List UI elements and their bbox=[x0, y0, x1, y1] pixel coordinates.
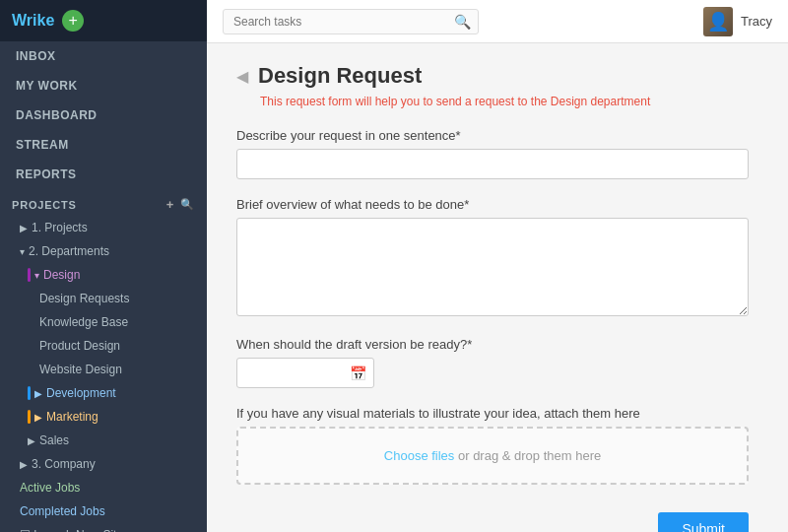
accent-bar bbox=[28, 268, 31, 282]
chevron-icon: ▶ bbox=[20, 223, 28, 233]
tree-item-marketing[interactable]: ▶ Marketing bbox=[0, 405, 207, 429]
chevron-icon: ▾ bbox=[34, 270, 39, 281]
form-title: Design Request bbox=[258, 63, 422, 89]
field-input-sentence[interactable] bbox=[236, 149, 749, 179]
search-container: 🔍 bbox=[223, 9, 479, 34]
tree-item-projects[interactable]: ▶ 1. Projects bbox=[0, 216, 207, 239]
accent-bar bbox=[28, 410, 31, 424]
form-subtitle: This request form will help you to send … bbox=[260, 95, 758, 108]
chevron-icon: ▶ bbox=[28, 435, 35, 446]
user-area: 👤 Tracy bbox=[703, 7, 772, 36]
tree-item-launch-new-site[interactable]: ☐ Launch New Site bbox=[0, 523, 207, 532]
form-group-overview: Brief overview of what needs to be done* bbox=[236, 197, 758, 319]
topbar: 🔍 👤 Tracy bbox=[207, 0, 788, 43]
chevron-icon: ▶ bbox=[34, 412, 42, 423]
field-label-file: If you have any visual materials to illu… bbox=[236, 406, 758, 421]
tree-item-sales[interactable]: ▶ Sales bbox=[0, 429, 207, 452]
username: Tracy bbox=[741, 14, 772, 29]
tree-item-company[interactable]: ▶ 3. Company bbox=[0, 452, 207, 476]
search-input[interactable] bbox=[223, 9, 479, 34]
form-group-file: If you have any visual materials to illu… bbox=[236, 406, 758, 485]
sidebar-item-stream[interactable]: STREAM bbox=[0, 130, 207, 160]
search-icon: 🔍 bbox=[454, 14, 471, 30]
tree-item-product-design[interactable]: Product Design bbox=[0, 334, 207, 358]
accent-bar bbox=[28, 386, 31, 400]
field-label-sentence: Describe your request in one sentence* bbox=[236, 128, 758, 143]
tree-item-active-jobs[interactable]: Active Jobs bbox=[0, 476, 207, 499]
date-input-wrapper: 📅 bbox=[236, 358, 374, 388]
field-label-date: When should the draft version be ready?* bbox=[236, 337, 758, 352]
form-area: ◀ Design Request This request form will … bbox=[207, 43, 788, 532]
sidebar-header: Wrike + bbox=[0, 0, 207, 41]
main-content: 🔍 👤 Tracy ◀ Design Request This request … bbox=[207, 0, 788, 532]
add-project-icon[interactable]: + bbox=[166, 197, 174, 212]
sidebar-item-reports[interactable]: REPORTS bbox=[0, 160, 207, 189]
chevron-icon: ▾ bbox=[20, 246, 25, 257]
file-drop-area[interactable]: Choose files or drag & drop them here bbox=[236, 427, 749, 485]
form-group-date: When should the draft version be ready?*… bbox=[236, 337, 758, 388]
field-textarea-overview[interactable] bbox=[236, 218, 749, 316]
tree-item-development[interactable]: ▶ Development bbox=[0, 381, 207, 405]
field-label-overview: Brief overview of what needs to be done* bbox=[236, 197, 758, 212]
sidebar-item-inbox[interactable]: INBOX bbox=[0, 41, 207, 71]
sidebar-item-dashboard[interactable]: DASHBOARD bbox=[0, 100, 207, 130]
projects-section-header[interactable]: PROJECTS + 🔍 bbox=[0, 189, 207, 216]
form-group-sentence: Describe your request in one sentence* bbox=[236, 128, 758, 179]
wrike-logo: Wrike bbox=[12, 12, 54, 30]
tree-item-knowledge-base[interactable]: Knowledge Base bbox=[0, 310, 207, 334]
tree-item-completed-jobs[interactable]: Completed Jobs bbox=[0, 499, 207, 523]
chevron-icon: ▶ bbox=[20, 459, 28, 470]
tree-item-design-requests[interactable]: Design Requests bbox=[0, 287, 207, 310]
sidebar: Wrike + INBOX MY WORK DASHBOARD STREAM R… bbox=[0, 0, 207, 532]
submit-button[interactable]: Submit bbox=[658, 512, 749, 532]
tree-item-website-design[interactable]: Website Design bbox=[0, 358, 207, 381]
tree-item-departments[interactable]: ▾ 2. Departments bbox=[0, 239, 207, 263]
chevron-icon: ▶ bbox=[34, 388, 42, 399]
back-button[interactable]: ◀ bbox=[236, 67, 248, 86]
form-header: ◀ Design Request bbox=[236, 63, 758, 89]
sidebar-item-mywork[interactable]: MY WORK bbox=[0, 71, 207, 100]
avatar: 👤 bbox=[703, 7, 733, 36]
choose-files-link[interactable]: Choose files bbox=[384, 448, 455, 463]
drag-drop-text: or drag & drop them here bbox=[454, 448, 601, 463]
tree-item-design[interactable]: ▾ Design bbox=[0, 263, 207, 287]
calendar-icon: 📅 bbox=[350, 366, 366, 381]
add-button[interactable]: + bbox=[62, 10, 84, 32]
search-projects-icon[interactable]: 🔍 bbox=[180, 198, 195, 211]
